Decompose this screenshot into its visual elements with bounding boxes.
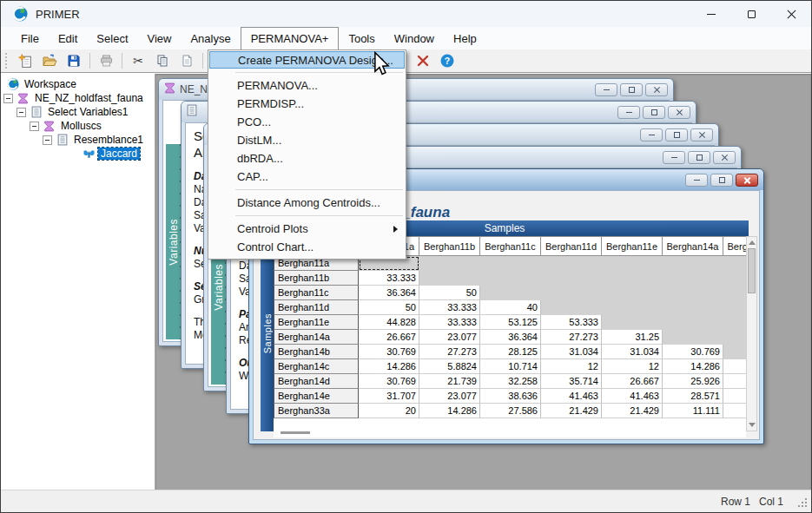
table-cell[interactable] [602,271,663,286]
tree-item-workspace[interactable]: Workspace [1,77,155,91]
help-button[interactable]: ? [437,51,458,70]
menubar-item-tools[interactable]: Tools [339,27,384,49]
table-cell[interactable]: 27.586 [480,404,541,418]
menubar-item-view[interactable]: View [138,27,182,49]
table-cell[interactable]: 21.429 [541,404,602,418]
table-cell[interactable]: 12 [541,359,602,374]
table-cell[interactable] [723,315,746,330]
maximize-button[interactable] [731,1,771,27]
row-header[interactable]: Berghan11d [274,300,359,315]
vertical-scrollbar[interactable] [746,236,757,431]
copy-button[interactable] [152,51,173,70]
menu-item-cap[interactable]: CAP... [208,168,406,186]
child-close-button[interactable] [668,106,690,119]
table-cell[interactable] [541,300,602,315]
menubar-item-permanova[interactable]: PERMANOVA+ [241,27,340,49]
child-restore-button[interactable] [643,106,665,119]
menu-item-permdisp[interactable]: PERMDISP... [208,95,406,113]
table-cell[interactable] [480,271,541,286]
column-header[interactable]: Berghan14a [663,236,723,256]
child-restore-button[interactable] [620,83,643,96]
table-cell[interactable]: 32.258 [480,374,541,389]
save-button[interactable] [63,51,84,70]
table-cell[interactable] [602,286,663,300]
table-cell[interactable] [541,286,602,300]
menu-item-centroid-plots[interactable]: Centroid Plots [208,220,406,238]
table-cell[interactable] [663,330,723,345]
table-cell[interactable]: 12 [602,359,663,374]
table-cell[interactable] [723,404,746,418]
table-cell[interactable]: 28.571 [663,389,723,404]
table-cell[interactable]: 31.707 [359,389,419,404]
table-cell[interactable]: 14.286 [419,404,480,418]
menu-item-distance-among-centroids[interactable]: Distance Among Centroids... [208,194,406,212]
tree-expander[interactable] [17,108,26,117]
table-cell[interactable]: 11.111 [663,404,723,418]
table-cell[interactable]: 38.636 [480,389,541,404]
table-cell[interactable]: 14.286 [663,359,723,374]
menubar-item-help[interactable]: Help [444,27,486,49]
menu-item-dbrda[interactable]: dbRDA... [208,149,406,168]
tree-item-molluscs[interactable]: Molluscs [1,119,155,133]
table-cell[interactable]: 23.077 [419,330,480,345]
scroll-up-icon[interactable] [749,240,756,245]
menu-item-control-chart[interactable]: Control Chart... [208,238,406,256]
menu-item-pco[interactable]: PCO... [208,113,406,131]
table-cell[interactable] [602,256,663,271]
menubar-item-file[interactable]: File [11,27,49,49]
table-cell[interactable]: 14.286 [359,359,419,374]
table-cell[interactable] [723,359,746,374]
tree-item-select-variables1[interactable]: Select Variables1 [1,105,155,119]
menu-item-permanova[interactable]: PERMANOVA... [208,76,406,95]
table-cell[interactable] [723,389,746,404]
column-header[interactable]: Berghan11d [541,236,602,256]
table-cell[interactable] [663,271,723,286]
table-cell[interactable]: 33.333 [419,300,480,315]
child-restore-button[interactable] [665,128,688,141]
table-cell[interactable] [723,345,746,359]
table-cell[interactable] [723,271,746,286]
open-button[interactable] [39,51,60,70]
table-cell[interactable] [541,256,602,271]
row-header[interactable]: Berghan11c [274,286,359,300]
table-cell[interactable] [723,286,746,300]
resize-grip[interactable] [797,498,808,509]
row-header[interactable]: Berghan14d [274,374,359,389]
menu-item-distlm[interactable]: DistLM... [208,131,406,149]
stop-button[interactable] [413,51,433,70]
table-cell[interactable]: 27.273 [541,330,602,345]
paste-button[interactable] [176,51,197,70]
tree-expander[interactable] [43,135,52,145]
horizontal-scrollbar-thumb[interactable] [281,431,310,434]
child-minimize-button[interactable] [595,83,617,96]
table-cell[interactable]: 31.034 [602,345,663,359]
table-cell[interactable]: 53.125 [480,315,541,330]
table-cell[interactable] [480,256,541,271]
table-cell[interactable] [480,286,541,300]
table-cell[interactable]: 26.667 [359,330,419,345]
table-cell[interactable]: 31.034 [541,345,602,359]
row-header[interactable]: Berghan33a [274,404,359,418]
child-restore-button[interactable] [710,174,733,187]
table-cell[interactable] [663,315,723,330]
table-cell[interactable]: 30.769 [359,345,419,359]
table-cell[interactable]: 33.333 [359,271,419,286]
table-cell[interactable]: 36.364 [359,286,419,300]
table-cell[interactable]: 21.739 [419,374,480,389]
vertical-scrollbar-thumb[interactable] [748,248,756,293]
column-header[interactable]: Berghan14b [723,236,746,256]
child-close-button[interactable] [736,174,758,187]
row-header[interactable]: Berghan14b [274,345,359,359]
new-button[interactable] [15,51,36,70]
table-cell[interactable]: 35.714 [541,374,602,389]
table-cell[interactable] [602,300,663,315]
table-cell[interactable]: 20 [359,404,419,418]
scroll-down-icon[interactable] [749,423,756,427]
cut-button[interactable]: ✂ [128,51,149,70]
minimize-button[interactable] [691,1,731,27]
table-cell[interactable] [419,256,480,271]
child-close-button[interactable] [690,128,713,141]
column-header[interactable]: Berghan11b [419,236,480,256]
child-minimize-button[interactable] [617,106,640,119]
table-cell[interactable] [541,271,602,286]
